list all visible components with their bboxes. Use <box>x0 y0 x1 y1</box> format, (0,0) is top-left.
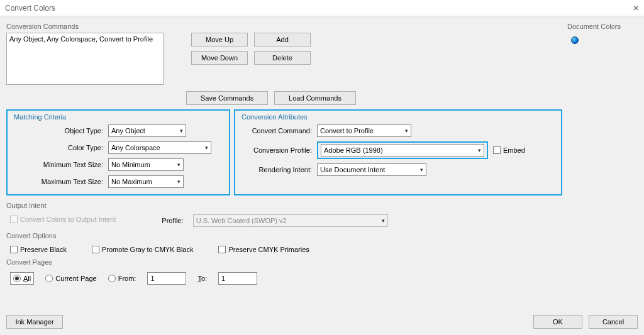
pages-to-input[interactable] <box>218 272 257 285</box>
window-title: Convert Colors <box>5 4 55 13</box>
save-commands-button[interactable]: Save Commands <box>186 91 268 105</box>
object-type-label: Object Type: <box>14 127 108 135</box>
output-intent-label: Output Intent <box>6 202 562 209</box>
command-entry[interactable]: Any Object, Any Colorspace, Convert to P… <box>9 35 160 43</box>
convert-command-select[interactable]: Convert to Profile▾ <box>317 124 411 137</box>
commands-list[interactable]: Any Object, Any Colorspace, Convert to P… <box>6 33 164 85</box>
document-colors-label: Document Colors <box>567 23 638 30</box>
close-icon[interactable]: ✕ <box>633 4 639 13</box>
convert-command-label: Convert Command: <box>242 127 317 135</box>
object-type-select[interactable]: Any Object▾ <box>108 124 186 137</box>
rendering-intent-select[interactable]: Use Document Intent▾ <box>317 163 426 176</box>
move-down-button[interactable]: Move Down <box>191 51 248 65</box>
convert-options-label: Convert Options <box>6 232 562 239</box>
rendering-intent-label: Rendering Intent: <box>242 166 317 173</box>
embed-checkbox[interactable]: Embed <box>493 146 525 154</box>
conversion-profile-select[interactable]: Adobe RGB (1998)▾ <box>321 144 484 157</box>
output-profile-select: U.S. Web Coated (SWOP) v2▾ <box>193 214 388 227</box>
chevron-down-icon: ▾ <box>205 145 208 151</box>
output-profile-label: Profile: <box>162 217 183 224</box>
ink-manager-button[interactable]: Ink Manager <box>6 315 63 329</box>
chevron-down-icon: ▾ <box>180 128 183 134</box>
delete-button[interactable]: Delete <box>254 51 311 65</box>
conversion-attributes-section: Conversion Attributes Convert Command: C… <box>234 109 562 195</box>
add-button[interactable]: Add <box>254 33 311 47</box>
pages-from-radio[interactable]: From: <box>108 275 136 282</box>
conversion-profile-label: Conversion Profile: <box>242 146 317 154</box>
promote-gray-checkbox[interactable]: Promote Gray to CMYK Black <box>92 246 194 253</box>
pages-current-radio[interactable]: Current Page <box>45 275 96 282</box>
preserve-cmyk-checkbox[interactable]: Preserve CMYK Primaries <box>218 246 309 253</box>
color-type-label: Color Type: <box>14 144 108 151</box>
min-text-size-select[interactable]: No Minimum▾ <box>108 158 184 171</box>
conversion-commands-label: Conversion Commands <box>6 23 562 30</box>
matching-criteria-section: Matching Criteria Object Type: Any Objec… <box>6 109 230 195</box>
min-text-size-label: Minimum Text Size: <box>14 161 108 168</box>
max-text-size-label: Maximum Text Size: <box>14 178 108 185</box>
chevron-down-icon: ▾ <box>177 178 180 185</box>
chevron-down-icon: ▾ <box>382 217 385 224</box>
pages-all-radio[interactable]: All <box>10 272 34 285</box>
pages-from-input[interactable] <box>147 272 186 285</box>
cancel-button[interactable]: Cancel <box>589 315 638 329</box>
color-type-select[interactable]: Any Colorspace▾ <box>108 141 211 154</box>
max-text-size-select[interactable]: No Maximum▾ <box>108 175 184 188</box>
chevron-down-icon: ▾ <box>420 167 423 173</box>
pages-to-label: To: <box>197 275 207 282</box>
document-color-swatch[interactable] <box>571 36 579 44</box>
convert-output-intent-checkbox: Convert Colors to Output Intent <box>10 216 116 223</box>
convert-pages-label: Convert Pages <box>6 258 562 266</box>
preserve-black-checkbox[interactable]: Preserve Black <box>10 246 67 253</box>
chevron-down-icon: ▾ <box>405 128 408 134</box>
move-up-button[interactable]: Move Up <box>191 33 248 47</box>
titlebar: Convert Colors ✕ <box>0 0 644 16</box>
conversion-attributes-label: Conversion Attributes <box>242 113 555 121</box>
chevron-down-icon: ▾ <box>177 162 180 168</box>
ok-button[interactable]: OK <box>533 315 582 329</box>
chevron-down-icon: ▾ <box>478 147 481 153</box>
matching-criteria-label: Matching Criteria <box>14 113 223 121</box>
load-commands-button[interactable]: Load Commands <box>274 91 356 105</box>
